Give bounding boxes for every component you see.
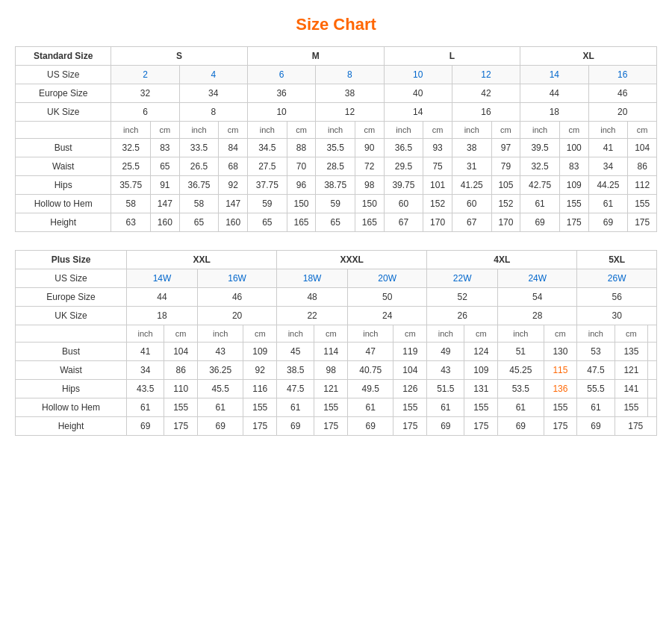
hips-112: 112 [628,176,657,195]
us-size-8: 8 [316,66,384,84]
hh-150-1: 150 [287,195,316,213]
bust-35.5: 35.5 [316,139,355,157]
plus-hh-155-2: 155 [243,398,277,417]
ht-67-1: 67 [384,213,423,232]
hh-150-2: 150 [355,195,385,213]
hips-37.75: 37.75 [247,176,287,195]
ht-69-1: 69 [520,213,560,232]
plus-unit-empty [648,325,657,343]
plus-bust-104: 104 [164,343,198,361]
hh-147-1: 147 [151,195,180,213]
plus-waist-98: 98 [314,361,348,380]
plus-waist-36.25: 36.25 [198,361,243,380]
bust-104: 104 [628,139,657,157]
plus-uk-18: 18 [127,307,198,325]
plus-unit-cm-2: cm [243,325,277,343]
ht-65-1: 65 [179,213,219,232]
unit-inch-7: inch [520,122,560,139]
plus-bust-41: 41 [127,343,164,361]
plus-hh-155-1: 155 [164,398,198,417]
m-group-header: M [247,47,384,66]
hh-60-2: 60 [452,195,491,213]
plus-bust-53: 53 [577,343,615,361]
us-size-2: 2 [111,66,179,84]
ht-165-2: 165 [355,213,385,232]
plus-us-20w: 20W [348,269,427,288]
plus-bust-135: 135 [615,343,648,361]
plus-bust-124: 124 [464,343,498,361]
plus-unit-cm-5: cm [464,325,498,343]
bust-41: 41 [588,139,628,157]
plus-unit-cm-7: cm [615,325,648,343]
plus-eu-54: 54 [498,288,577,307]
plus-us-26w: 26W [577,269,657,288]
plus-bust-43: 43 [198,343,243,361]
plus-eu-50: 50 [348,288,427,307]
ht-160-2: 160 [219,213,248,232]
hh-61-2: 61 [588,195,628,213]
plus-us-24w: 24W [498,269,577,288]
unit-cm-8: cm [628,122,657,139]
bust-90: 90 [355,139,385,157]
us-size-16: 16 [588,66,657,84]
hips-35.75: 35.75 [111,176,151,195]
plus-hips-label: Hips [16,380,127,398]
ht-170-2: 170 [491,213,520,232]
uk-10: 10 [247,103,315,122]
plus-waist-empty [648,361,657,380]
hips-41.25: 41.25 [452,176,491,195]
plus-bust-130: 130 [544,343,577,361]
l-group-header: L [384,47,520,66]
uk-16: 16 [452,103,520,122]
plus-hh-61-2: 61 [198,398,243,417]
plus-size-chart: Plus Size XXL XXXL 4XL 5XL US Size 14W 1… [15,250,657,436]
bust-38: 38 [452,139,491,157]
plus-us-18w: 18W [277,269,348,288]
plus-bust-empty [648,343,657,361]
plus-hips-141: 141 [615,380,648,398]
plus-hh-61-7: 61 [577,398,615,417]
xxl-group-header: XXL [127,251,277,269]
uk-18: 18 [520,103,588,122]
hips-38.75: 38.75 [316,176,355,195]
plus-waist-121: 121 [615,361,648,380]
plus-waist-86: 86 [164,361,198,380]
plus-hips-55.5: 55.5 [577,380,615,398]
plus-hh-155-5: 155 [464,398,498,417]
plus-waist-38.5: 38.5 [277,361,314,380]
waist-79: 79 [491,157,520,176]
plus-eu-44: 44 [127,288,198,307]
unit-cm-7: cm [559,122,588,139]
plus-unit-inch-3: inch [277,325,314,343]
uk-8: 8 [179,103,247,122]
plus-hips-53.5: 53.5 [498,380,544,398]
xl-group-header: XL [520,47,657,66]
plus-waist-43: 43 [427,361,464,380]
ht-160-1: 160 [151,213,180,232]
plus-hh-155-4: 155 [393,398,427,417]
us-size-label: US Size [16,66,111,84]
unit-cm-1: cm [151,122,180,139]
plus-us-size-label: US Size [16,269,127,288]
plus-eu-56: 56 [577,288,657,307]
plus-hh-61-5: 61 [427,398,464,417]
plus-hips-51.5: 51.5 [427,380,464,398]
hh-152-1: 152 [423,195,452,213]
4xl-group-header: 4XL [427,251,577,269]
plus-hips-116: 116 [243,380,277,398]
eu-32: 32 [111,84,179,103]
waist-25.5: 25.5 [111,157,151,176]
bust-100: 100 [559,139,588,157]
uk-20: 20 [588,103,657,122]
eu-46: 46 [588,84,657,103]
hh-60-1: 60 [384,195,423,213]
plus-ht-69-4: 69 [348,417,393,436]
plus-ht-175-5: 175 [464,417,498,436]
us-size-14: 14 [520,66,588,84]
plus-hips-121: 121 [314,380,348,398]
waist-68: 68 [219,157,248,176]
5xl-group-header: 5XL [577,251,657,269]
hips-44.25: 44.25 [588,176,628,195]
hips-42.75: 42.75 [520,176,560,195]
plus-waist-109: 109 [464,361,498,380]
